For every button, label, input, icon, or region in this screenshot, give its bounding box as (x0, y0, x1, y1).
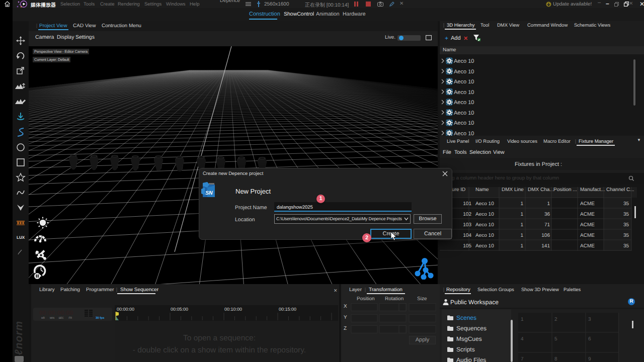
svg-text:5: 5 (554, 336, 557, 342)
svg-text:Aeco 10: Aeco 10 (475, 222, 494, 228)
svg-text:1: 1 (521, 317, 524, 322)
svg-text:35: 35 (623, 233, 629, 238)
svg-text:DMX Cha...: DMX Cha... (528, 187, 554, 193)
svg-text:Scenes: Scenes (456, 314, 476, 321)
svg-text:106: 106 (541, 233, 550, 238)
svg-text:Aeco 10: Aeco 10 (475, 233, 494, 238)
svg-text:71: 71 (544, 222, 550, 228)
svg-text:35: 35 (623, 212, 629, 217)
svg-text:Channel C...: Channel C... (606, 187, 634, 193)
svg-text:Manufact...: Manufact... (580, 187, 605, 193)
svg-text:LUX: LUX (17, 235, 25, 240)
svg-text:Audio Files: Audio Files (456, 356, 486, 362)
svg-text:Aeco 10: Aeco 10 (475, 201, 494, 207)
svg-text:7: 7 (521, 356, 524, 362)
svg-text:104: 104 (463, 233, 471, 238)
svg-text:SN: SN (205, 190, 213, 196)
svg-text:36: 36 (544, 212, 550, 217)
svg-text:ACME: ACME (580, 243, 595, 249)
svg-text:103: 103 (463, 222, 471, 228)
svg-text:6: 6 (588, 336, 591, 342)
svg-text:ACME: ACME (580, 233, 595, 238)
svg-text:Aeco 10: Aeco 10 (475, 243, 494, 249)
svg-text:2: 2 (554, 317, 557, 322)
svg-text:35: 35 (623, 222, 629, 228)
svg-text:DMX Line: DMX Line (502, 187, 524, 193)
svg-text:105: 105 (463, 243, 471, 249)
svg-text:9: 9 (588, 356, 591, 362)
svg-text:Name: Name (475, 187, 489, 193)
svg-text:1: 1 (520, 233, 523, 238)
svg-text:1: 1 (520, 243, 523, 249)
svg-text:Sequences: Sequences (456, 325, 487, 332)
svg-text:101: 101 (463, 201, 471, 207)
svg-text:4: 4 (521, 336, 524, 342)
svg-text:102: 102 (463, 212, 471, 217)
svg-text:35: 35 (623, 243, 629, 249)
svg-text:1: 1 (520, 212, 523, 217)
svg-text:1: 1 (547, 201, 550, 207)
svg-text:Scripts: Scripts (456, 346, 475, 353)
svg-text:3: 3 (588, 317, 591, 322)
svg-text:35: 35 (623, 201, 629, 207)
svg-text:141: 141 (541, 243, 550, 249)
svg-text:Aeco 10: Aeco 10 (475, 212, 494, 217)
svg-text:1: 1 (520, 201, 523, 207)
svg-text:1: 1 (520, 222, 523, 228)
svg-text:Position ...: Position ... (553, 187, 577, 193)
svg-text:MsgCues: MsgCues (456, 335, 482, 342)
svg-text:8: 8 (554, 356, 557, 362)
svg-text:ACME: ACME (580, 201, 595, 207)
svg-text:ACME: ACME (580, 212, 595, 217)
svg-text:ACME: ACME (580, 222, 595, 228)
